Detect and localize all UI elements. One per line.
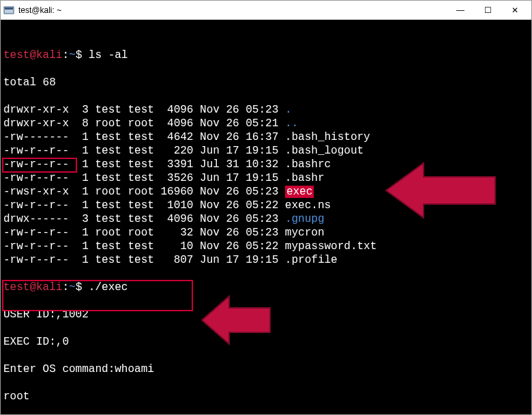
terminal-area[interactable]: test@kali:~$ ls -al total 68 drwxr-xr-x … bbox=[1, 20, 531, 414]
maximize-button[interactable]: ☐ bbox=[474, 2, 501, 18]
file-row: -rwsr-xr-x 1 root root 16960 Nov 26 05:2… bbox=[3, 185, 529, 199]
file-row: -rw-r--r-- 1 test test 220 Jun 17 19:15 … bbox=[3, 144, 529, 158]
output-total: total 68 bbox=[3, 76, 529, 89]
window-controls: — ☐ ✕ bbox=[447, 2, 529, 18]
output-line: EXEC ID:,0 bbox=[3, 335, 529, 349]
output-line: Enter OS command:whoami bbox=[3, 362, 529, 376]
file-row: drwxr-xr-x 8 root root 4096 Nov 26 05:21… bbox=[3, 117, 529, 130]
command-exec1: ./exec bbox=[89, 281, 128, 294]
file-row: -rw-r--r-- 1 root root 32 Nov 26 05:23 m… bbox=[3, 226, 529, 240]
file-row: drwxr-xr-x 3 test test 4096 Nov 26 05:23… bbox=[3, 103, 529, 117]
prompt-userhost: test@kali bbox=[3, 49, 62, 61]
prompt-path: ~ bbox=[69, 49, 76, 61]
file-row: -rw-r--r-- 1 test test 3391 Jul 31 10:32… bbox=[3, 158, 529, 171]
minimize-button[interactable]: — bbox=[447, 2, 474, 18]
prompt-line: test@kali:~$ ls -al bbox=[3, 48, 529, 62]
app-icon bbox=[3, 5, 14, 16]
prompt-line: test@kali:~$ ./exec bbox=[3, 281, 529, 294]
output-line: root bbox=[3, 390, 529, 403]
file-row: -rw-r--r-- 1 test test 3526 Jun 17 19:15… bbox=[3, 171, 529, 185]
prompt-sep: : bbox=[62, 49, 69, 61]
file-row: -rw-r--r-- 1 test test 807 Jun 17 19:15 … bbox=[3, 253, 529, 267]
file-row: drwx------ 3 test test 4096 Nov 26 05:23… bbox=[3, 212, 529, 226]
terminal-window: test@kali: ~ — ☐ ✕ test@kali:~$ ls -al t… bbox=[0, 0, 532, 415]
file-row: -rw-r--r-- 1 test test 10 Nov 26 05:22 m… bbox=[3, 240, 529, 253]
file-row: -rw-r--r-- 1 test test 1010 Nov 26 05:22… bbox=[3, 199, 529, 212]
output-line: USER ID:,1002 bbox=[3, 308, 529, 321]
titlebar[interactable]: test@kali: ~ — ☐ ✕ bbox=[1, 1, 531, 20]
command-ls: ls -al bbox=[89, 49, 128, 61]
close-button[interactable]: ✕ bbox=[501, 2, 529, 18]
prompt-dollar: $ bbox=[76, 49, 83, 61]
window-title: test@kali: ~ bbox=[18, 5, 447, 15]
file-row: -rw------- 1 test test 4642 Nov 26 16:37… bbox=[3, 130, 529, 144]
svg-rect-1 bbox=[5, 8, 13, 10]
